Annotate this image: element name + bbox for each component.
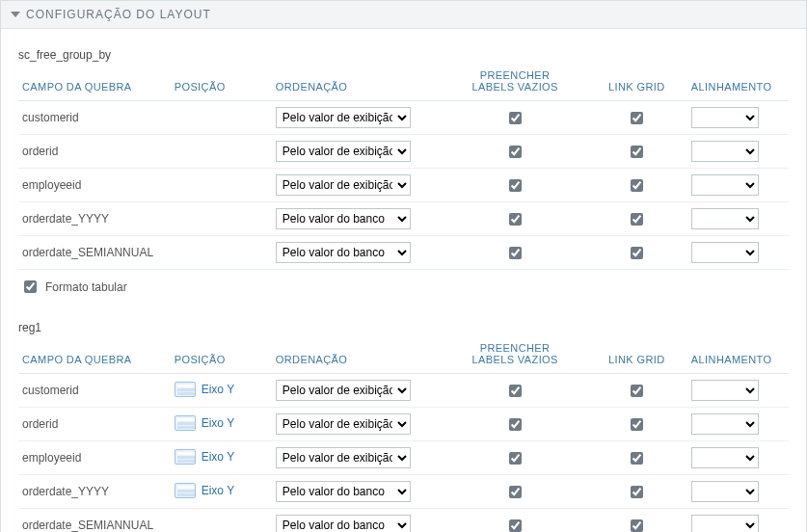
group-title: sc_free_group_by [18,48,789,62]
preencher-cell [444,408,586,441]
preencher-checkbox[interactable] [509,452,522,465]
formato-tabular-row: Formato tabular [18,270,789,302]
alinhamento-select[interactable] [691,242,759,263]
linkgrid-checkbox[interactable] [631,112,643,124]
table-row: employeeidPelo valor de exibiçãoPelo val… [18,169,789,202]
preencher-checkbox[interactable] [509,385,522,397]
layout-config-panel: CONFIGURAÇÃO DO LAYOUT sc_free_group_byC… [0,0,807,532]
alinhamento-select[interactable] [691,174,759,196]
grid-axis-icon [175,483,196,498]
group-title: reg1 [18,321,789,334]
campo-cell: orderdate_YYYY [18,202,171,236]
campo-cell: orderid [18,135,171,169]
preencher-cell [444,441,586,475]
ordenacao-select[interactable]: Pelo valor de exibiçãoPelo valor do banc… [276,107,411,128]
linkgrid-cell [586,169,687,202]
alinhamento-cell [687,374,789,408]
preencher-checkbox[interactable] [509,486,522,498]
preencher-checkbox[interactable] [509,112,522,124]
preencher-checkbox[interactable] [509,213,522,226]
preencher-checkbox[interactable] [509,146,522,158]
alinhamento-select[interactable] [691,413,759,435]
linkgrid-cell [586,408,687,441]
linkgrid-cell [586,374,687,408]
alinhamento-select[interactable] [691,515,759,532]
col-header-alinhamento: ALINHAMENTO [687,64,789,101]
alinhamento-select[interactable] [691,447,759,468]
col-header-preencher: PREENCHERLABELS VAZIOS [444,64,586,101]
ordenacao-cell: Pelo valor de exibiçãoPelo valor do banc… [272,135,444,169]
ordenacao-select[interactable]: Pelo valor de exibiçãoPelo valor do banc… [276,174,411,196]
campo-cell: orderid [18,408,171,441]
preencher-checkbox[interactable] [509,519,522,532]
group-table: CAMPO DA QUEBRAPOSIÇÃOORDENAÇÃOPREENCHER… [18,336,789,532]
col-header-alinhamento: ALINHAMENTO [687,336,789,374]
posicao-eixo-link[interactable]: Eixo Y [175,483,234,498]
linkgrid-checkbox[interactable] [631,146,643,158]
ordenacao-select[interactable]: Pelo valor de exibiçãoPelo valor do banc… [276,413,411,435]
col-header-preencher: PREENCHERLABELS VAZIOS [444,336,586,374]
ordenacao-select[interactable]: Pelo valor de exibiçãoPelo valor do banc… [276,481,411,502]
linkgrid-checkbox[interactable] [631,385,643,397]
linkgrid-checkbox[interactable] [631,247,643,259]
linkgrid-cell [586,101,687,135]
alinhamento-cell [687,202,789,236]
ordenacao-select[interactable]: Pelo valor de exibiçãoPelo valor do banc… [276,515,411,532]
col-header-campo: CAMPO DA QUEBRA [18,336,171,374]
preencher-cell [444,374,586,408]
group-table: CAMPO DA QUEBRAPOSIÇÃOORDENAÇÃOPREENCHER… [18,64,789,270]
alinhamento-cell [687,475,789,509]
ordenacao-cell: Pelo valor de exibiçãoPelo valor do banc… [272,202,444,236]
linkgrid-checkbox[interactable] [631,418,643,431]
linkgrid-checkbox[interactable] [631,452,643,465]
posicao-eixo-link[interactable]: Eixo Y [175,415,234,431]
alinhamento-select[interactable] [691,380,759,401]
formato-tabular-checkbox[interactable] [24,280,37,293]
table-row: orderidEixo YPelo valor de exibiçãoPelo … [18,408,789,441]
col-header-ordenacao: ORDENAÇÃO [272,336,444,374]
alinhamento-cell [687,101,789,135]
preencher-checkbox[interactable] [509,418,522,431]
ordenacao-cell: Pelo valor de exibiçãoPelo valor do banc… [272,374,444,408]
preencher-checkbox[interactable] [509,247,522,259]
ordenacao-cell: Pelo valor de exibiçãoPelo valor do banc… [272,475,444,509]
ordenacao-cell: Pelo valor de exibiçãoPelo valor do banc… [272,509,444,533]
alinhamento-select[interactable] [691,208,759,229]
col-header-ordenacao: ORDENAÇÃO [272,64,444,101]
ordenacao-cell: Pelo valor de exibiçãoPelo valor do banc… [272,441,444,475]
posicao-cell [171,135,272,169]
alinhamento-select[interactable] [691,481,759,502]
campo-cell: orderdate_SEMIANNUAL [18,236,171,270]
linkgrid-checkbox[interactable] [631,213,643,226]
alinhamento-cell [687,509,789,533]
ordenacao-select[interactable]: Pelo valor de exibiçãoPelo valor do banc… [276,242,411,263]
posicao-eixo-link[interactable]: Eixo Y [175,449,234,465]
panel-header[interactable]: CONFIGURAÇÃO DO LAYOUT [1,1,806,29]
ordenacao-cell: Pelo valor de exibiçãoPelo valor do banc… [272,236,444,270]
ordenacao-select[interactable]: Pelo valor de exibiçãoPelo valor do banc… [276,141,411,162]
linkgrid-checkbox[interactable] [631,519,643,532]
alinhamento-select[interactable] [691,141,759,162]
alinhamento-cell [687,236,789,270]
linkgrid-checkbox[interactable] [631,179,643,192]
grid-axis-icon [175,415,196,431]
linkgrid-cell [586,202,687,236]
collapse-toggle-icon[interactable] [11,12,20,17]
alinhamento-select[interactable] [691,107,759,128]
table-row: customeridEixo YPelo valor de exibiçãoPe… [18,374,789,408]
alinhamento-cell [687,135,789,169]
ordenacao-select[interactable]: Pelo valor de exibiçãoPelo valor do banc… [276,208,411,229]
alinhamento-cell [687,408,789,441]
preencher-checkbox[interactable] [509,179,522,192]
linkgrid-cell [586,135,687,169]
ordenacao-select[interactable]: Pelo valor de exibiçãoPelo valor do banc… [276,447,411,468]
campo-cell: customerid [18,101,171,135]
preencher-cell [444,169,586,202]
linkgrid-checkbox[interactable] [631,486,643,498]
posicao-eixo-link[interactable]: Eixo Y [175,382,234,397]
col-header-linkgrid: LINK GRID [586,336,687,374]
posicao-cell [171,101,272,135]
table-row: orderdate_SEMIANNUALPelo valor de exibiç… [18,236,789,270]
posicao-cell: Eixo Y [171,475,272,509]
ordenacao-select[interactable]: Pelo valor de exibiçãoPelo valor do banc… [276,380,411,401]
